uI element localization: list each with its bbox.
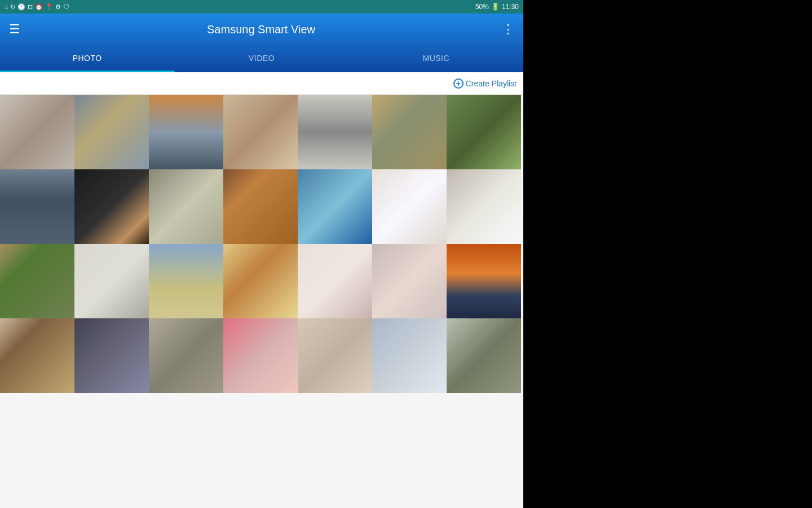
photo-cell[interactable]	[149, 95, 223, 169]
tab-bar: Photo Video Music	[0, 45, 523, 72]
add-circle-icon: +	[453, 78, 464, 89]
photo-cell[interactable]	[74, 95, 149, 169]
clock-icon: 🕐	[17, 3, 25, 11]
tab-video[interactable]: Video	[174, 45, 348, 72]
photo-cell[interactable]	[447, 95, 521, 169]
photo-cell[interactable]	[298, 244, 372, 318]
tab-photo[interactable]: Photo	[0, 45, 174, 72]
photo-cell[interactable]	[0, 169, 74, 244]
status-bar-icons: ≡ ↻ 🕐 ⊡ ⏰ 📍 ⚙ 🛡	[5, 3, 69, 11]
photo-cell[interactable]	[372, 318, 447, 393]
photo-cell[interactable]	[447, 318, 521, 393]
photo-cell[interactable]	[149, 244, 223, 318]
status-bar: ≡ ↻ 🕐 ⊡ ⏰ 📍 ⚙ 🛡 50% 🔋 11:30	[0, 0, 523, 14]
photo-cell[interactable]	[149, 318, 223, 393]
photo-cell[interactable]	[223, 244, 298, 318]
content-toolbar: + Create Playlist	[0, 72, 523, 95]
photo-cell[interactable]	[447, 169, 521, 244]
photo-cell[interactable]	[0, 244, 74, 318]
app-title: Samsung Smart View	[20, 23, 502, 36]
photo-cell[interactable]	[223, 169, 298, 244]
status-bar-right: 50% 🔋 11:30	[475, 3, 519, 11]
photo-cell[interactable]	[372, 95, 447, 169]
menu-status-icon: ≡	[5, 3, 8, 10]
location-icon: 📍	[45, 3, 53, 11]
refresh-icon: ↻	[10, 3, 15, 11]
photo-cell[interactable]	[0, 95, 74, 169]
photo-cell[interactable]	[74, 244, 149, 318]
time-display: 11:30	[502, 3, 519, 11]
create-playlist-label: Create Playlist	[466, 79, 517, 88]
photo-cell[interactable]	[149, 169, 223, 244]
photo-cell[interactable]	[74, 318, 149, 393]
photo-cell[interactable]	[372, 244, 447, 318]
battery-icon: 🔋	[491, 3, 500, 11]
photo-cell[interactable]	[223, 95, 298, 169]
photo-cell[interactable]	[74, 169, 149, 244]
create-playlist-button[interactable]: + Create Playlist	[453, 78, 517, 89]
shield-icon: 🛡	[63, 3, 69, 10]
photo-cell[interactable]	[447, 244, 521, 318]
more-options-icon[interactable]: ⋮	[502, 22, 514, 37]
battery-percent: 50%	[475, 3, 489, 11]
photo-grid	[0, 95, 523, 393]
photo-cell[interactable]	[0, 318, 74, 393]
photo-icon: ⊡	[28, 3, 33, 11]
photo-cell[interactable]	[223, 318, 298, 393]
photo-cell[interactable]	[298, 169, 372, 244]
settings-status-icon: ⚙	[55, 3, 61, 11]
alarm-icon: ⏰	[35, 3, 43, 11]
right-black-area	[523, 0, 812, 508]
hamburger-menu-icon[interactable]: ☰	[9, 22, 20, 37]
app-header: ☰ Samsung Smart View ⋮	[0, 14, 523, 45]
photo-cell[interactable]	[372, 169, 447, 244]
photo-cell[interactable]	[298, 318, 372, 393]
tab-music[interactable]: Music	[349, 45, 523, 72]
photo-cell[interactable]	[298, 95, 372, 169]
